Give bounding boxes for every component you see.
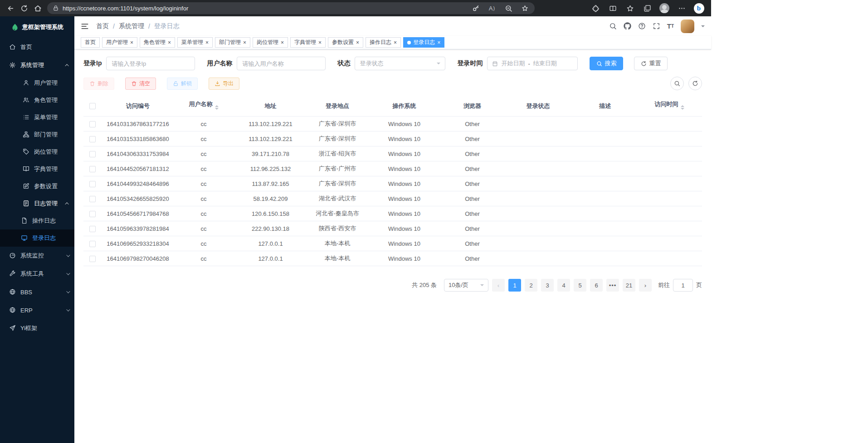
page-button-4[interactable]: 4: [557, 279, 570, 292]
tab-操作日志[interactable]: 操作日志×: [366, 37, 401, 48]
breadcrumb-system[interactable]: 系统管理: [119, 22, 144, 30]
select-all-checkbox[interactable]: [89, 103, 96, 109]
tab-首页[interactable]: 首页: [81, 37, 100, 48]
row-checkbox[interactable]: [89, 181, 96, 187]
close-icon[interactable]: ×: [394, 40, 397, 45]
date-start-placeholder[interactable]: 开始日期: [501, 59, 525, 68]
page-button-5[interactable]: 5: [574, 279, 586, 292]
export-button[interactable]: 导出: [209, 78, 239, 90]
github-icon[interactable]: [624, 22, 631, 30]
back-icon[interactable]: [4, 2, 17, 15]
close-icon[interactable]: ×: [318, 40, 322, 45]
favorites-add-icon[interactable]: [520, 2, 529, 15]
tab-岗位管理[interactable]: 岗位管理×: [253, 37, 288, 48]
search-icon[interactable]: [609, 22, 617, 30]
site-info-icon[interactable]: [53, 5, 59, 11]
sidebar-item-operlog[interactable]: 操作日志: [0, 212, 74, 229]
caret-down-icon[interactable]: [701, 25, 705, 29]
column-header[interactable]: 访问时间: [637, 96, 702, 117]
page-button-2[interactable]: 2: [525, 279, 537, 292]
unlock-button[interactable]: 解锁: [167, 78, 198, 90]
sidebar-item-tool[interactable]: 系统工具: [0, 265, 74, 283]
sidebar-item-home[interactable]: 首页: [0, 38, 74, 56]
reload-icon[interactable]: [17, 2, 31, 15]
search-toggle-icon[interactable]: [670, 77, 684, 90]
tab-用户管理[interactable]: 用户管理×: [102, 37, 137, 48]
prev-page-button[interactable]: ‹: [492, 279, 505, 292]
sidebar-item-loginlog[interactable]: 登录日志: [0, 229, 74, 247]
browser-home-icon[interactable]: [31, 2, 44, 15]
tab-菜单管理[interactable]: 菜单管理×: [177, 37, 213, 48]
more-pages-button[interactable]: •••: [606, 279, 619, 292]
date-range-picker[interactable]: 开始日期 - 结束日期: [487, 57, 578, 70]
sort-icon[interactable]: [215, 103, 219, 112]
split-screen-icon[interactable]: [606, 2, 619, 15]
fullscreen-icon[interactable]: [653, 22, 660, 30]
row-checkbox[interactable]: [89, 136, 96, 142]
zoom-icon[interactable]: [504, 2, 513, 15]
tab-部门管理[interactable]: 部门管理×: [215, 37, 250, 48]
collections-icon[interactable]: [640, 2, 654, 15]
sidebar-item-yi[interactable]: Yi框架: [0, 319, 74, 337]
close-icon[interactable]: ×: [243, 40, 246, 45]
sidebar-item-system[interactable]: 系统管理: [0, 56, 74, 74]
row-checkbox[interactable]: [89, 256, 96, 262]
sidebar-item-monitor[interactable]: 系统监控: [0, 247, 74, 265]
row-checkbox[interactable]: [89, 166, 96, 172]
row-checkbox[interactable]: [89, 241, 96, 247]
page-button-21[interactable]: 21: [623, 279, 635, 292]
row-checkbox[interactable]: [89, 121, 96, 127]
hamburger-icon[interactable]: [81, 22, 89, 30]
app-logo[interactable]: 意框架管理系统: [0, 16, 74, 38]
sidebar-item-menu[interactable]: 菜单管理: [0, 109, 74, 126]
sidebar-item-dict[interactable]: 字典管理: [0, 161, 74, 178]
close-icon[interactable]: ×: [205, 40, 209, 45]
row-checkbox[interactable]: [89, 211, 96, 217]
close-icon[interactable]: ×: [281, 40, 284, 45]
sidebar-item-bbs[interactable]: BBS: [0, 283, 74, 301]
row-checkbox[interactable]: [89, 151, 96, 157]
copilot-bing-icon[interactable]: b: [692, 2, 706, 15]
profile-icon[interactable]: [658, 2, 671, 15]
row-checkbox[interactable]: [89, 196, 96, 202]
page-button-3[interactable]: 3: [541, 279, 554, 292]
row-checkbox[interactable]: [89, 226, 96, 232]
read-aloud-icon[interactable]: A): [488, 2, 497, 15]
address-bar[interactable]: https://ccnetcore.com:1101/system/log/lo…: [47, 2, 535, 14]
tab-登录日志[interactable]: 登录日志×: [403, 37, 444, 48]
delete-button[interactable]: 删除: [83, 78, 114, 90]
login-ip-input[interactable]: [106, 57, 195, 70]
column-header[interactable]: 用户名称: [174, 96, 233, 117]
question-icon[interactable]: [638, 22, 646, 30]
date-end-placeholder[interactable]: 结束日期: [533, 59, 557, 68]
user-name-input[interactable]: [237, 57, 326, 70]
sidebar-item-config[interactable]: 参数设置: [0, 178, 74, 195]
tab-字典管理[interactable]: 字典管理×: [290, 37, 326, 48]
url-text[interactable]: https://ccnetcore.com:1101/system/log/lo…: [63, 5, 471, 12]
sidebar-item-dept[interactable]: 部门管理: [0, 126, 74, 143]
page-button-6[interactable]: 6: [590, 279, 603, 292]
breadcrumb-home[interactable]: 首页: [96, 22, 109, 30]
refresh-table-icon[interactable]: [688, 77, 702, 90]
close-icon[interactable]: ×: [437, 40, 440, 45]
close-icon[interactable]: ×: [356, 40, 359, 45]
close-icon[interactable]: ×: [130, 40, 133, 45]
page-button-1[interactable]: 1: [508, 279, 521, 292]
sidebar-item-erp[interactable]: ERP: [0, 301, 74, 319]
close-icon[interactable]: ×: [168, 40, 171, 45]
tab-参数设置[interactable]: 参数设置×: [328, 37, 363, 48]
reset-button[interactable]: 重置: [634, 57, 668, 70]
search-button[interactable]: 搜索: [590, 57, 623, 70]
tab-角色管理[interactable]: 角色管理×: [140, 37, 175, 48]
avatar[interactable]: [681, 19, 694, 33]
favorites-icon[interactable]: [623, 2, 637, 15]
extensions-icon[interactable]: [589, 2, 602, 15]
more-icon[interactable]: [675, 2, 688, 15]
sort-icon[interactable]: [681, 103, 684, 112]
clear-button[interactable]: 清空: [125, 78, 156, 90]
sidebar-item-role[interactable]: 角色管理: [0, 92, 74, 109]
password-key-icon[interactable]: [471, 2, 480, 15]
next-page-button[interactable]: ›: [639, 279, 652, 292]
status-select[interactable]: 登录状态: [355, 57, 445, 70]
font-size-icon[interactable]: TT: [667, 22, 674, 30]
